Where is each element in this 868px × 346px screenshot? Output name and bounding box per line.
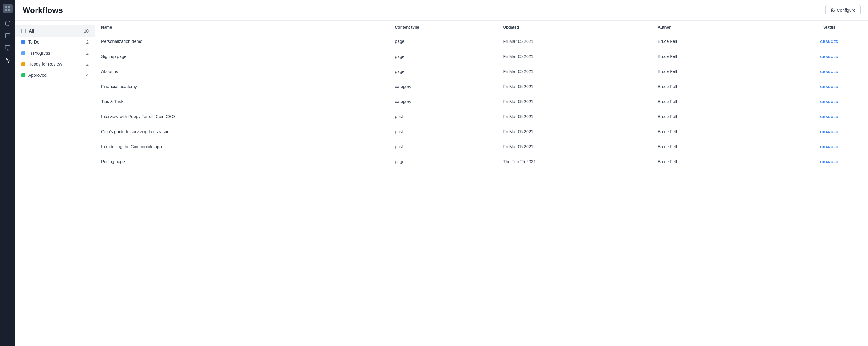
status-badge: CHANGED — [820, 130, 838, 134]
cell-updated-0: Fri Mar 05 2021 — [497, 34, 651, 49]
cell-status-3: CHANGED — [791, 79, 868, 94]
header: Workflows Configure — [15, 0, 868, 21]
status-badge: CHANGED — [820, 85, 838, 89]
all-checkbox-icon — [22, 29, 26, 33]
cell-type-3: category — [389, 79, 497, 94]
cell-status-1: CHANGED — [791, 49, 868, 64]
nav-calendar-icon[interactable] — [3, 31, 12, 40]
cell-type-4: category — [389, 94, 497, 109]
status-badge: CHANGED — [820, 160, 838, 164]
cell-type-8: page — [389, 154, 497, 169]
cell-status-0: CHANGED — [791, 34, 868, 49]
table-row[interactable]: Interview with Poppy Terrell, Coin CEO p… — [95, 109, 868, 124]
sidebar-item-todo[interactable]: To Do 2 — [15, 36, 95, 48]
inprogress-color-dot — [22, 51, 25, 55]
sidebar-item-inprogress-count: 2 — [86, 51, 89, 56]
cell-author-3: Bruce Felt — [652, 79, 791, 94]
sidebar-item-review[interactable]: Ready for Review 2 — [15, 59, 95, 69]
cell-type-7: post — [389, 139, 497, 154]
cell-status-8: CHANGED — [791, 154, 868, 169]
cell-name-7: Introducing the Coin mobile app — [95, 139, 389, 154]
sidebar: All 10 To Do 2 In Progress 2 Ready for R… — [15, 21, 95, 346]
nav-workflow-icon[interactable] — [3, 55, 12, 65]
cell-status-7: CHANGED — [791, 139, 868, 154]
cell-status-2: CHANGED — [791, 64, 868, 79]
sidebar-item-inprogress[interactable]: In Progress 2 — [15, 48, 95, 59]
cell-name-3: Financial academy — [95, 79, 389, 94]
status-badge: CHANGED — [820, 145, 838, 149]
cell-name-2: About us — [95, 64, 389, 79]
cell-author-6: Bruce Felt — [652, 124, 791, 139]
sidebar-item-approved-label: Approved — [28, 73, 83, 78]
col-header-status: Status — [791, 21, 868, 34]
status-badge: CHANGED — [820, 55, 838, 59]
cell-author-1: Bruce Felt — [652, 49, 791, 64]
cell-type-5: post — [389, 109, 497, 124]
status-badge: CHANGED — [820, 115, 838, 119]
sidebar-item-review-label: Ready for Review — [28, 62, 83, 66]
sidebar-item-inprogress-label: In Progress — [28, 51, 83, 56]
nav-bar — [0, 0, 15, 346]
cell-status-6: CHANGED — [791, 124, 868, 139]
svg-rect-1 — [8, 6, 10, 8]
table-row[interactable]: Sign up page page Fri Mar 05 2021 Bruce … — [95, 49, 868, 64]
cell-author-2: Bruce Felt — [652, 64, 791, 79]
configure-label: Configure — [837, 8, 856, 12]
col-header-name: Name — [95, 21, 389, 34]
svg-rect-4 — [5, 33, 10, 38]
cell-updated-1: Fri Mar 05 2021 — [497, 49, 651, 64]
table-row[interactable]: About us page Fri Mar 05 2021 Bruce Felt… — [95, 64, 868, 79]
table-row[interactable]: Tips & Tricks category Fri Mar 05 2021 B… — [95, 94, 868, 109]
sidebar-item-approved[interactable]: Approved 4 — [15, 69, 95, 81]
nav-box-icon[interactable] — [3, 19, 12, 28]
main-content: Workflows Configure All 10 To Do 2 — [15, 0, 868, 346]
nav-package-icon[interactable] — [3, 43, 12, 53]
table-row[interactable]: Introducing the Coin mobile app post Fri… — [95, 139, 868, 154]
configure-button[interactable]: Configure — [826, 5, 861, 15]
col-header-author: Author — [652, 21, 791, 34]
cell-name-0: Personalization demo — [95, 34, 389, 49]
table-row[interactable]: Personalization demo page Fri Mar 05 202… — [95, 34, 868, 49]
svg-rect-8 — [5, 46, 10, 49]
table-body: Personalization demo page Fri Mar 05 202… — [95, 34, 868, 169]
cell-type-1: page — [389, 49, 497, 64]
cell-updated-2: Fri Mar 05 2021 — [497, 64, 651, 79]
sidebar-item-approved-count: 4 — [86, 73, 89, 78]
approved-color-dot — [22, 73, 25, 77]
cell-type-0: page — [389, 34, 497, 49]
table-row[interactable]: Coin's guide to surviving tax season pos… — [95, 124, 868, 139]
page-title: Workflows — [23, 5, 63, 15]
svg-rect-0 — [5, 6, 7, 8]
cell-status-5: CHANGED — [791, 109, 868, 124]
content-table: Name Content type Updated Author Status — [95, 21, 868, 169]
cell-name-5: Interview with Poppy Terrell, Coin CEO — [95, 109, 389, 124]
cell-updated-6: Fri Mar 05 2021 — [497, 124, 651, 139]
app-logo — [3, 4, 12, 13]
sidebar-item-review-count: 2 — [86, 62, 89, 66]
sidebar-item-todo-count: 2 — [86, 39, 89, 45]
cell-type-2: page — [389, 64, 497, 79]
cell-updated-8: Thu Feb 25 2021 — [497, 154, 651, 169]
cell-author-7: Bruce Felt — [652, 139, 791, 154]
sidebar-item-all-label: All — [29, 29, 81, 33]
sidebar-item-all[interactable]: All 10 — [15, 25, 95, 36]
status-badge: CHANGED — [820, 100, 838, 104]
table-header-row: Name Content type Updated Author Status — [95, 21, 868, 34]
table-row[interactable]: Pricing page page Thu Feb 25 2021 Bruce … — [95, 154, 868, 169]
cell-status-4: CHANGED — [791, 94, 868, 109]
col-header-updated: Updated — [497, 21, 651, 34]
cell-type-6: post — [389, 124, 497, 139]
content-area: All 10 To Do 2 In Progress 2 Ready for R… — [15, 21, 868, 346]
cell-author-8: Bruce Felt — [652, 154, 791, 169]
svg-rect-3 — [8, 9, 10, 11]
cell-author-4: Bruce Felt — [652, 94, 791, 109]
gear-icon — [831, 8, 835, 12]
status-badge: CHANGED — [820, 70, 838, 74]
status-badge: CHANGED — [820, 40, 838, 44]
review-color-dot — [22, 62, 25, 66]
sidebar-item-all-count: 10 — [84, 29, 89, 33]
cell-name-1: Sign up page — [95, 49, 389, 64]
cell-updated-7: Fri Mar 05 2021 — [497, 139, 651, 154]
cell-author-0: Bruce Felt — [652, 34, 791, 49]
table-row[interactable]: Financial academy category Fri Mar 05 20… — [95, 79, 868, 94]
